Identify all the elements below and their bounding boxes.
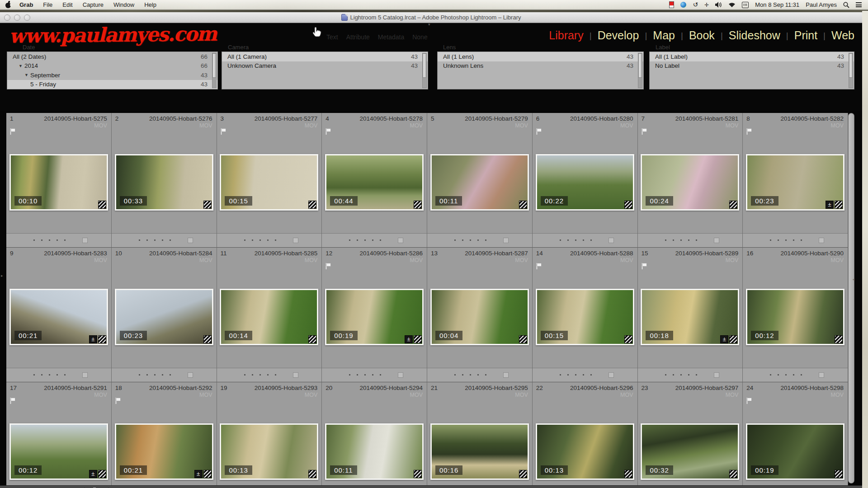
filter-column-caption-camera[interactable]: Camera — [228, 44, 249, 51]
rotate-button[interactable] — [609, 238, 614, 243]
adjustments-badge-icon[interactable]: ± — [405, 335, 413, 343]
top-panel-grip[interactable]: ▾ — [428, 23, 430, 27]
video-badge-icon[interactable] — [835, 470, 843, 478]
rating-dots[interactable] — [139, 239, 171, 241]
rotate-button[interactable] — [82, 238, 88, 243]
video-badge-icon[interactable] — [98, 470, 106, 478]
menubar-item-capture[interactable]: Capture — [83, 1, 104, 8]
grid-cell[interactable]: 22 20140905-Hobart-5296 MOV 00:13 ± — [533, 382, 638, 485]
grid-cell[interactable]: 16 20140905-Hobart-5290 MOV 00:12 ± — [743, 248, 848, 382]
rotate-button[interactable] — [188, 238, 193, 243]
video-badge-icon[interactable] — [729, 201, 737, 209]
rating-dots[interactable] — [454, 239, 486, 241]
video-thumbnail[interactable]: 00:11 ± — [430, 154, 529, 211]
flag-icon[interactable] — [641, 263, 648, 270]
video-badge-icon[interactable] — [414, 470, 422, 478]
video-badge-icon[interactable] — [308, 470, 316, 478]
rotate-button[interactable] — [188, 372, 193, 378]
filter-scrollbar-thumb[interactable] — [638, 53, 642, 78]
filter-option-attribute[interactable]: Attribute — [346, 33, 370, 41]
menubar-item-edit[interactable]: Edit — [62, 1, 72, 8]
video-thumbnail[interactable]: 00:18 ± — [641, 289, 739, 345]
video-badge-icon[interactable] — [98, 201, 106, 209]
video-thumbnail[interactable]: 00:12 ± — [9, 423, 108, 480]
video-thumbnail[interactable]: 00:44 ± — [325, 154, 424, 211]
grid-cell[interactable]: 2 20140905-Hobart-5276 MOV 00:33 ± — [112, 113, 217, 248]
notification-center-icon[interactable] — [856, 2, 862, 7]
filter-row[interactable]: Unknown Lens43 — [438, 61, 643, 71]
video-thumbnail[interactable]: 00:19 ± — [746, 423, 844, 480]
grid-cell[interactable]: 12 20140905-Hobart-5286 MOV 00:19 ± — [322, 248, 427, 382]
filter-row[interactable]: ▼201466 — [7, 61, 217, 71]
grid-cell[interactable]: 1 20140905-Hobart-5275 MOV 00:10 ± — [6, 113, 112, 248]
adjustments-badge-icon[interactable]: ± — [720, 335, 728, 343]
rotate-button[interactable] — [609, 372, 614, 378]
rating-dots[interactable] — [139, 374, 171, 375]
rotate-button[interactable] — [398, 238, 403, 243]
grid-cell[interactable]: 17 20140905-Hobart-5291 MOV 00:12 ± — [6, 382, 112, 485]
grid-cell[interactable]: 3 20140905-Hobart-5277 MOV 00:15 ± — [217, 113, 322, 248]
video-badge-icon[interactable] — [519, 470, 527, 478]
flag-icon[interactable] — [641, 128, 648, 135]
filter-column-scrollbar[interactable] — [212, 53, 217, 88]
video-badge-icon[interactable] — [624, 335, 632, 343]
apple-menu-icon[interactable] — [5, 1, 11, 8]
filter-option-none[interactable]: None — [412, 33, 427, 41]
rating-dots[interactable] — [349, 239, 381, 241]
video-thumbnail[interactable]: 00:23 ± — [115, 289, 213, 345]
volume-icon[interactable] — [715, 2, 722, 8]
module-tab-map[interactable]: Map — [653, 29, 675, 42]
rating-dots[interactable] — [349, 374, 381, 375]
video-badge-icon[interactable] — [203, 201, 212, 209]
grid-cell[interactable]: 20 20140905-Hobart-5294 MOV 00:11 ± — [322, 382, 427, 485]
rotate-button[interactable] — [293, 372, 298, 378]
module-tab-develop[interactable]: Develop — [598, 29, 639, 42]
video-thumbnail[interactable]: 00:21 ± — [9, 289, 108, 345]
video-badge-icon[interactable] — [519, 335, 527, 343]
video-badge-icon[interactable] — [835, 201, 843, 209]
color-app-icon[interactable] — [680, 2, 686, 8]
rating-dots[interactable] — [770, 239, 802, 241]
video-badge-icon[interactable] — [308, 335, 316, 343]
filter-row[interactable]: All (1 Camera)43 — [222, 52, 428, 61]
rotate-button[interactable] — [503, 238, 509, 243]
rotate-button[interactable] — [819, 372, 824, 378]
filter-scrollbar-thumb[interactable] — [849, 53, 853, 78]
flag-icon[interactable] — [325, 263, 332, 270]
flag-icon[interactable] — [746, 397, 753, 404]
menubar-clock[interactable]: Mon 8 Sep 11:31 — [755, 1, 799, 8]
video-badge-icon[interactable] — [624, 470, 632, 478]
adjustments-badge-icon[interactable]: ± — [826, 201, 834, 209]
grid-cell[interactable]: 23 20140905-Hobart-5297 MOV 00:32 ± — [638, 382, 743, 485]
filter-column-scrollbar[interactable] — [422, 53, 427, 88]
filter-column-caption-label[interactable]: Label — [656, 44, 670, 51]
adjustments-badge-icon[interactable]: ± — [89, 335, 97, 343]
video-badge-icon[interactable] — [203, 335, 212, 343]
video-thumbnail[interactable]: 00:04 ± — [430, 289, 529, 345]
video-thumbnail[interactable]: 00:16 ± — [430, 423, 529, 480]
module-tab-slideshow[interactable]: Slideshow — [729, 29, 780, 42]
module-tab-web[interactable]: Web — [831, 29, 854, 42]
module-tab-book[interactable]: Book — [689, 29, 715, 42]
rotate-button[interactable] — [714, 238, 719, 243]
video-thumbnail[interactable]: 00:15 ± — [220, 154, 318, 211]
grid-cell[interactable]: 5 20140905-Hobart-5279 MOV 00:11 ± — [427, 113, 533, 248]
time-machine-icon[interactable]: ↺ — [693, 2, 698, 8]
flag-icon[interactable] — [325, 128, 332, 135]
rotate-button[interactable] — [714, 372, 719, 378]
rotate-button[interactable] — [293, 238, 298, 243]
menubar-item-grab[interactable]: Grab — [19, 1, 33, 8]
filter-row[interactable]: All (1 Label)43 — [650, 52, 854, 61]
video-thumbnail[interactable]: 00:10 ± — [9, 154, 108, 211]
video-badge-icon[interactable] — [835, 335, 843, 343]
video-thumbnail[interactable]: 00:21 ± — [115, 423, 213, 480]
rating-dots[interactable] — [244, 239, 276, 241]
rating-dots[interactable] — [33, 374, 66, 375]
grid-cell[interactable]: 21 20140905-Hobart-5295 MOV 00:16 ± — [427, 382, 533, 485]
rotate-button[interactable] — [503, 372, 509, 378]
rating-dots[interactable] — [560, 374, 592, 375]
rating-dots[interactable] — [770, 374, 802, 375]
grid-cell[interactable]: 14 20140905-Hobart-5288 MOV 00:15 ± — [533, 248, 638, 382]
grid-scrollbar-thumb[interactable] — [849, 113, 854, 483]
filter-row[interactable]: Unknown Camera43 — [222, 61, 428, 71]
